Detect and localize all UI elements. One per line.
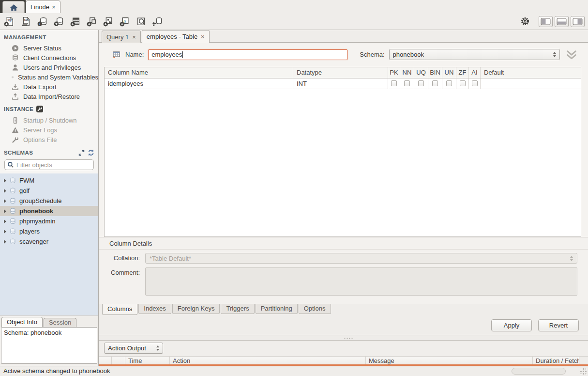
schema-item-golf[interactable]: golf (0, 186, 98, 196)
schema-db-icon (10, 198, 16, 204)
uq-checkbox[interactable] (418, 80, 424, 86)
cell-datatype[interactable]: INT (293, 78, 388, 89)
create-table-button[interactable] (69, 16, 81, 27)
schema-name: golf (19, 187, 30, 194)
sidebar-item-startup-shutdown[interactable]: Startup / Shutdown (0, 115, 98, 125)
toggle-right-sidebar-button[interactable] (571, 16, 585, 27)
home-icon (9, 3, 18, 12)
nn-checkbox[interactable] (404, 80, 410, 86)
cell-default[interactable] (481, 78, 581, 89)
instance-title-text: INSTANCE (4, 106, 33, 112)
schema-name: groupSchedule (19, 197, 61, 204)
sidebar-item-data-export[interactable]: Data Export (0, 82, 98, 92)
spinner-icon (549, 52, 556, 57)
schema-item-groupschedule[interactable]: groupSchedule (0, 196, 98, 206)
output-selector[interactable]: Action Output (104, 343, 163, 354)
apply-button[interactable]: Apply (491, 319, 532, 331)
sidebar-item-label: Options File (23, 136, 57, 143)
cell-flag-uq (414, 78, 428, 89)
bin-checkbox[interactable] (432, 80, 438, 86)
sidebar-item-options-file[interactable]: Options File (0, 135, 98, 144)
schema-item-phpmyadmin[interactable]: phpmyadmin (0, 216, 98, 226)
expander-icon[interactable] (4, 219, 6, 223)
create-schema-button[interactable] (53, 16, 64, 27)
schema-db-icon (10, 238, 16, 245)
un-checkbox[interactable] (446, 80, 452, 86)
action-output-scroll-gutter[interactable] (579, 357, 588, 364)
connection-tab-linode[interactable]: Linode × (26, 0, 60, 13)
sidebar-item-system-variables[interactable]: Status and System Variables (0, 72, 98, 82)
reconnect-dbms-button[interactable] (151, 16, 163, 27)
ai-checkbox[interactable] (472, 80, 478, 86)
action-output-col-message: Message (366, 357, 533, 364)
zf-checkbox[interactable] (460, 80, 466, 86)
expander-icon[interactable] (4, 179, 6, 183)
preferences-button[interactable] (520, 16, 530, 26)
pk-checkbox[interactable] (391, 80, 397, 86)
search-table-icon (136, 16, 147, 27)
sidebar-item-server-status[interactable]: Server Status (0, 43, 98, 53)
sidebar-item-client-connections[interactable]: Client Connections (0, 53, 98, 63)
schema-item-phonebook[interactable]: phonebook (0, 206, 98, 216)
create-function-button[interactable] (119, 16, 130, 27)
create-view-button[interactable] (86, 16, 97, 27)
subtab-options[interactable]: Options (299, 304, 331, 314)
schema-item-scavenger[interactable]: scavenger (0, 236, 98, 247)
sidebar-item-users-privileges[interactable]: Users and Privileges (0, 63, 98, 72)
tab-session[interactable]: Session (44, 318, 76, 327)
expand-header-button[interactable] (565, 50, 578, 60)
apply-revert-bar: Apply Revert (99, 315, 588, 335)
cell-column-name[interactable]: idemployees (105, 78, 293, 89)
toggle-bottom-panel-button[interactable] (555, 16, 569, 27)
expander-icon[interactable] (4, 189, 6, 193)
table-name-input[interactable]: employees (148, 49, 347, 60)
subtab-indexes[interactable]: Indexes (138, 304, 171, 314)
view-plus-icon (86, 16, 97, 27)
output-splitter[interactable] (99, 335, 588, 341)
expander-icon[interactable] (4, 240, 6, 244)
subtab-foreign-keys[interactable]: Foreign Keys (172, 304, 220, 314)
action-output-col-empty (99, 357, 112, 364)
sidebar-item-data-import[interactable]: Data Import/Restore (0, 92, 98, 101)
resize-grip-icon[interactable] (580, 368, 587, 375)
create-procedure-button[interactable] (102, 16, 114, 27)
column-details-title: Column Details (99, 237, 588, 250)
server-box-icon (12, 117, 19, 124)
schema-item-players[interactable]: players (0, 226, 98, 236)
tab-employees-table[interactable]: employees - Table × (142, 30, 210, 43)
sidebar-item-server-logs[interactable]: Server Logs (0, 125, 98, 135)
expander-icon[interactable] (4, 230, 6, 234)
schema-select[interactable]: phonebook (389, 49, 560, 60)
tab-label: Query 1 (106, 33, 129, 41)
close-icon[interactable]: × (132, 33, 136, 41)
expander-icon[interactable] (4, 209, 6, 213)
expand-panel-icon[interactable] (78, 150, 85, 156)
wrench-icon (12, 136, 19, 143)
search-data-button[interactable] (135, 16, 147, 27)
filter-objects-input[interactable] (16, 161, 91, 169)
new-sql-tab-button[interactable] (3, 16, 15, 27)
open-sql-script-button[interactable] (20, 16, 31, 27)
columns-grid: Column Name Datatype PK NN UQ BIN UN ZF … (104, 67, 581, 237)
close-icon[interactable]: × (52, 3, 56, 11)
toggle-left-sidebar-button[interactable] (539, 16, 553, 27)
sidebar-item-label: Data Import/Restore (23, 93, 80, 100)
home-tab[interactable] (2, 1, 25, 13)
column-header-default: Default (481, 67, 581, 78)
inspect-database-button[interactable] (36, 16, 48, 27)
schemas-section-header: SCHEMAS (0, 149, 98, 156)
table-plus-icon (70, 16, 81, 27)
action-output-col-empty (112, 357, 125, 364)
database-reconnect-icon (152, 16, 163, 27)
subtab-columns[interactable]: Columns (102, 304, 137, 315)
refresh-schemas-icon[interactable] (88, 149, 94, 156)
revert-button[interactable]: Revert (538, 319, 579, 331)
tab-object-info[interactable]: Object Info (1, 317, 43, 327)
subtab-partitioning[interactable]: Partitioning (256, 304, 298, 314)
subtab-triggers[interactable]: Triggers (221, 304, 254, 314)
close-icon[interactable]: × (201, 33, 205, 40)
tab-query-1[interactable]: Query 1 × (102, 31, 141, 43)
schema-item-fwm[interactable]: FWM (0, 175, 98, 186)
system-variables-icon (12, 74, 14, 81)
expander-icon[interactable] (4, 199, 6, 203)
